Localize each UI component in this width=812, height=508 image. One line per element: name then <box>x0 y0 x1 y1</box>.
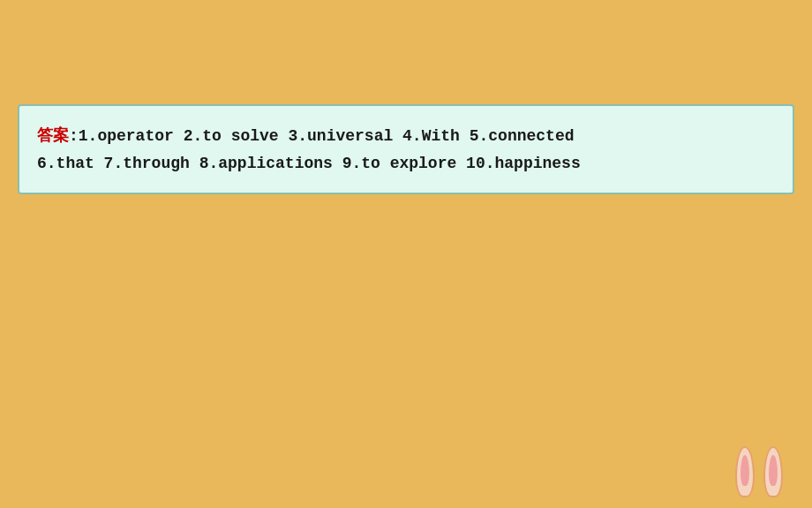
bunny-decoration <box>724 446 794 508</box>
bunny-left-ear <box>735 446 755 497</box>
answer-content: 答案:1.operator 2.to solve 3.universal 4.W… <box>37 122 775 150</box>
answer-line1: 1.operator 2.to solve 3.universal 4.With… <box>79 127 575 145</box>
answer-line2: 6.that 7.through 8.applications 9.to exp… <box>37 150 775 178</box>
answer-box: 答案:1.operator 2.to solve 3.universal 4.W… <box>18 104 794 194</box>
bunny-right-ear <box>763 446 783 497</box>
answer-colon: : <box>69 127 79 145</box>
answer-label: 答案 <box>37 126 69 144</box>
